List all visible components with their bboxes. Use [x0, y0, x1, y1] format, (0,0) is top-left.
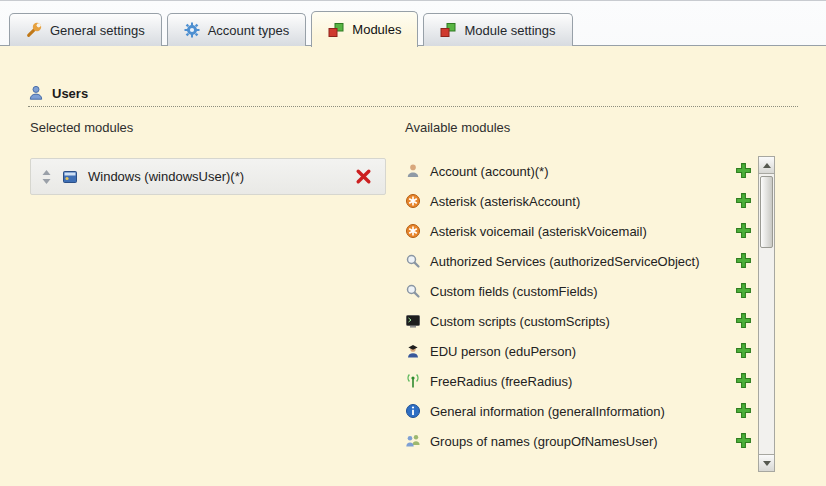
drag-handle-icon[interactable]	[41, 169, 52, 185]
available-module-row: FreeRadius (freeRadius)	[405, 366, 755, 396]
available-module-row: Account (account)(*)	[405, 156, 755, 186]
available-module-label: Asterisk (asteriskAccount)	[430, 194, 580, 209]
available-module-label: Custom scripts (customScripts)	[430, 314, 610, 329]
available-module-row: EDU person (eduPerson)	[405, 336, 755, 366]
plus-icon	[735, 222, 752, 240]
tab-general-settings[interactable]: General settings	[9, 13, 162, 46]
user-icon	[28, 85, 44, 101]
available-module-label: Groups of names (groupOfNamesUser)	[430, 434, 658, 449]
person-icon	[405, 163, 421, 179]
arrow-down-icon	[763, 461, 771, 466]
scrollbar-thumb[interactable]	[760, 176, 773, 248]
scroll-down-button[interactable]	[759, 454, 774, 471]
antenna-icon	[405, 373, 421, 389]
add-module-button[interactable]	[735, 432, 753, 450]
selected-module-row: Windows (windowsUser)(*)	[30, 158, 386, 195]
add-module-button[interactable]	[735, 192, 753, 210]
available-module-row: Custom scripts (customScripts)	[405, 306, 755, 336]
group-icon	[405, 433, 421, 449]
available-module-row: Authorized Services (authorizedServiceOb…	[405, 246, 755, 276]
wrench-icon	[26, 22, 42, 38]
add-module-button[interactable]	[735, 372, 753, 390]
available-module-label: Account (account)(*)	[430, 164, 549, 179]
available-module-label: Custom fields (customFields)	[430, 284, 598, 299]
available-module-label: Asterisk voicemail (asteriskVoicemail)	[430, 224, 647, 239]
add-module-button[interactable]	[735, 252, 753, 270]
add-module-button[interactable]	[735, 162, 753, 180]
add-module-button[interactable]	[735, 402, 753, 420]
section-header: Users	[28, 80, 798, 107]
delete-icon	[355, 168, 372, 186]
plus-icon	[735, 402, 752, 420]
arrow-up-icon	[763, 163, 771, 168]
available-module-row: Custom fields (customFields)	[405, 276, 755, 306]
tab-account-types[interactable]: Account types	[167, 13, 307, 46]
selected-modules-heading: Selected modules	[30, 120, 133, 135]
config-window: General settings Account types Modules M…	[0, 0, 826, 486]
graduate-icon	[405, 343, 421, 359]
add-module-button[interactable]	[735, 312, 753, 330]
available-module-label: FreeRadius (freeRadius)	[430, 374, 572, 389]
available-module-row: Asterisk voicemail (asteriskVoicemail)	[405, 216, 755, 246]
available-module-row: Asterisk (asteriskAccount)	[405, 186, 755, 216]
plus-icon	[735, 432, 752, 450]
plus-icon	[735, 282, 752, 300]
windows-icon	[62, 169, 78, 185]
tab-label: Module settings	[464, 23, 555, 38]
tab-modules[interactable]: Modules	[311, 11, 418, 47]
search-icon	[405, 283, 421, 299]
add-module-button[interactable]	[735, 282, 753, 300]
modules-icon	[440, 22, 456, 38]
plus-icon	[735, 192, 752, 210]
add-module-button[interactable]	[735, 342, 753, 360]
tab-label: Account types	[208, 23, 290, 38]
tab-bar: General settings Account types Modules M…	[0, 1, 826, 46]
available-module-row: General information (generalInformation)	[405, 396, 755, 426]
available-module-label: General information (generalInformation)	[430, 404, 665, 419]
available-modules-heading: Available modules	[405, 120, 510, 135]
plus-icon	[735, 312, 752, 330]
gear-icon	[184, 22, 200, 38]
remove-module-button[interactable]	[355, 168, 373, 186]
plus-icon	[735, 342, 752, 360]
asterisk-icon	[405, 193, 421, 209]
terminal-icon	[405, 313, 421, 329]
modules-panel: Users Selected modules Available modules…	[0, 45, 826, 486]
section-title: Users	[52, 86, 88, 101]
available-module-row: Groups of names (groupOfNamesUser)	[405, 426, 755, 456]
plus-icon	[735, 372, 752, 390]
asterisk-icon	[405, 223, 421, 239]
available-module-label: EDU person (eduPerson)	[430, 344, 576, 359]
tab-label: General settings	[50, 23, 145, 38]
selected-modules-list: Windows (windowsUser)(*)	[30, 158, 386, 195]
scroll-up-button[interactable]	[759, 157, 774, 174]
plus-icon	[735, 252, 752, 270]
available-modules-scrollbar[interactable]	[758, 156, 775, 472]
tab-label: Modules	[352, 22, 401, 37]
info-icon	[405, 403, 421, 419]
available-modules-list: Account (account)(*) Asterisk (asteriskA…	[405, 156, 755, 456]
modules-icon	[328, 22, 344, 38]
plus-icon	[735, 162, 752, 180]
selected-module-label: Windows (windowsUser)(*)	[88, 169, 244, 184]
add-module-button[interactable]	[735, 222, 753, 240]
available-module-label: Authorized Services (authorizedServiceOb…	[430, 254, 700, 269]
tab-module-settings[interactable]: Module settings	[423, 13, 572, 46]
search-icon	[405, 253, 421, 269]
